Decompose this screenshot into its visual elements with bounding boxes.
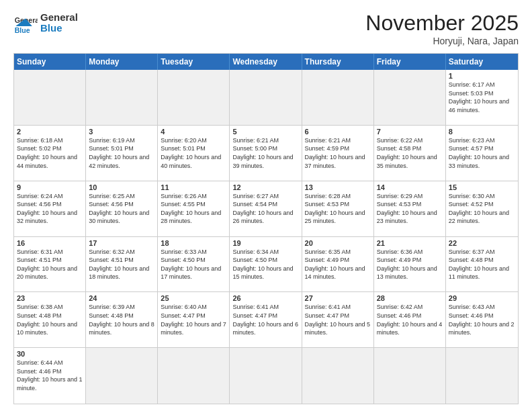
cell-info: Sunrise: 6:18 AM Sunset: 5:02 PM Dayligh… [17,136,83,170]
cell-date-number: 4 [161,128,226,136]
calendar-cell-6: 6Sunrise: 6:21 AM Sunset: 4:59 PM Daylig… [302,126,374,181]
calendar-cell-1: 1Sunrise: 6:17 AM Sunset: 5:03 PM Daylig… [446,70,518,126]
calendar-cell-17: 17Sunrise: 6:32 AM Sunset: 4:51 PM Dayli… [86,237,158,293]
calendar-cell-20: 20Sunrise: 6:35 AM Sunset: 4:49 PM Dayli… [302,237,374,293]
cell-info: Sunrise: 6:34 AM Sunset: 4:50 PM Dayligh… [232,248,298,281]
calendar-cell-empty [86,348,158,404]
calendar-cell-28: 28Sunrise: 6:42 AM Sunset: 4:46 PM Dayli… [374,292,446,348]
logo: General Blue General Blue [13,11,78,35]
calendar-cell-15: 15Sunrise: 6:30 AM Sunset: 4:52 PM Dayli… [446,181,518,237]
calendar-grid: 1Sunrise: 6:17 AM Sunset: 5:03 PM Daylig… [14,70,518,404]
cell-info: Sunrise: 6:36 AM Sunset: 4:49 PM Dayligh… [377,248,443,281]
calendar-cell-empty [14,70,86,126]
cell-date-number: 8 [449,128,515,136]
location: Horyuji, Nara, Japan [365,36,519,46]
calendar-cell-14: 14Sunrise: 6:29 AM Sunset: 4:53 PM Dayli… [374,181,446,237]
calendar-cell-5: 5Sunrise: 6:21 AM Sunset: 5:00 PM Daylig… [230,126,302,181]
page: General Blue General Blue November 2025 … [0,0,532,411]
logo-general-text: General [40,12,78,24]
calendar-cell-empty [446,348,518,404]
day-header-sunday: Sunday [14,54,86,70]
cell-date-number: 28 [377,294,443,302]
day-header-saturday: Saturday [446,54,518,70]
header: General Blue General Blue November 2025 … [13,11,519,46]
cell-date-number: 13 [305,183,371,191]
cell-date-number: 10 [89,183,154,191]
cell-date-number: 25 [161,294,226,302]
cell-info: Sunrise: 6:23 AM Sunset: 4:57 PM Dayligh… [449,136,515,170]
calendar-cell-18: 18Sunrise: 6:33 AM Sunset: 4:50 PM Dayli… [158,237,230,293]
calendar-cell-empty [302,70,374,126]
calendar: SundayMondayTuesdayWednesdayThursdayFrid… [13,53,519,404]
day-header-thursday: Thursday [302,54,374,70]
calendar-cell-12: 12Sunrise: 6:27 AM Sunset: 4:54 PM Dayli… [230,181,302,237]
calendar-cell-4: 4Sunrise: 6:20 AM Sunset: 5:01 PM Daylig… [158,126,230,181]
calendar-cell-22: 22Sunrise: 6:37 AM Sunset: 4:48 PM Dayli… [446,237,518,293]
cell-info: Sunrise: 6:20 AM Sunset: 5:01 PM Dayligh… [161,136,226,170]
cell-info: Sunrise: 6:39 AM Sunset: 4:48 PM Dayligh… [89,303,154,336]
day-header-friday: Friday [374,54,446,70]
cell-date-number: 2 [17,128,83,136]
cell-info: Sunrise: 6:35 AM Sunset: 4:49 PM Dayligh… [305,248,371,281]
calendar-cell-3: 3Sunrise: 6:19 AM Sunset: 5:01 PM Daylig… [86,126,158,181]
calendar-cell-empty [158,348,230,404]
logo-icon: General Blue [13,11,38,35]
cell-info: Sunrise: 6:30 AM Sunset: 4:52 PM Dayligh… [449,192,515,226]
cell-info: Sunrise: 6:24 AM Sunset: 4:56 PM Dayligh… [17,192,83,226]
calendar-cell-30: 30Sunrise: 6:44 AM Sunset: 4:46 PM Dayli… [14,348,86,404]
calendar-cell-27: 27Sunrise: 6:41 AM Sunset: 4:47 PM Dayli… [302,292,374,348]
cell-date-number: 12 [232,183,298,191]
cell-date-number: 9 [17,183,83,191]
calendar-cell-29: 29Sunrise: 6:43 AM Sunset: 4:46 PM Dayli… [446,292,518,348]
cell-info: Sunrise: 6:40 AM Sunset: 4:47 PM Dayligh… [161,303,226,336]
calendar-cell-9: 9Sunrise: 6:24 AM Sunset: 4:56 PM Daylig… [14,181,86,237]
cell-info: Sunrise: 6:37 AM Sunset: 4:48 PM Dayligh… [449,248,515,281]
cell-date-number: 26 [232,294,298,302]
cell-date-number: 24 [89,294,154,302]
cell-date-number: 21 [377,239,443,247]
calendar-cell-8: 8Sunrise: 6:23 AM Sunset: 4:57 PM Daylig… [446,126,518,181]
cell-info: Sunrise: 6:26 AM Sunset: 4:55 PM Dayligh… [161,192,226,226]
cell-info: Sunrise: 6:41 AM Sunset: 4:47 PM Dayligh… [305,303,371,336]
calendar-cell-empty [230,70,302,126]
cell-info: Sunrise: 6:27 AM Sunset: 4:54 PM Dayligh… [232,192,298,226]
calendar-cell-empty [374,70,446,126]
cell-date-number: 17 [89,239,154,247]
calendar-cell-11: 11Sunrise: 6:26 AM Sunset: 4:55 PM Dayli… [158,181,230,237]
calendar-cell-13: 13Sunrise: 6:28 AM Sunset: 4:53 PM Dayli… [302,181,374,237]
calendar-cell-26: 26Sunrise: 6:41 AM Sunset: 4:47 PM Dayli… [230,292,302,348]
day-header-tuesday: Tuesday [158,54,230,70]
calendar-cell-empty [158,70,230,126]
cell-date-number: 18 [161,239,226,247]
svg-text:Blue: Blue [15,26,30,34]
cell-info: Sunrise: 6:31 AM Sunset: 4:51 PM Dayligh… [17,248,83,281]
cell-info: Sunrise: 6:17 AM Sunset: 5:03 PM Dayligh… [449,81,515,114]
cell-info: Sunrise: 6:42 AM Sunset: 4:46 PM Dayligh… [377,303,443,336]
calendar-cell-empty [230,348,302,404]
cell-info: Sunrise: 6:19 AM Sunset: 5:01 PM Dayligh… [89,136,154,170]
cell-date-number: 22 [449,239,515,247]
calendar-cell-24: 24Sunrise: 6:39 AM Sunset: 4:48 PM Dayli… [86,292,158,348]
month-title: November 2025 [365,11,519,36]
calendar-cell-2: 2Sunrise: 6:18 AM Sunset: 5:02 PM Daylig… [14,126,86,181]
calendar-cell-21: 21Sunrise: 6:36 AM Sunset: 4:49 PM Dayli… [374,237,446,293]
cell-date-number: 19 [232,239,298,247]
cell-info: Sunrise: 6:22 AM Sunset: 4:58 PM Dayligh… [377,136,443,170]
cell-info: Sunrise: 6:32 AM Sunset: 4:51 PM Dayligh… [89,248,154,281]
calendar-cell-16: 16Sunrise: 6:31 AM Sunset: 4:51 PM Dayli… [14,237,86,293]
cell-date-number: 15 [449,183,515,191]
cell-date-number: 7 [377,128,443,136]
calendar-cell-25: 25Sunrise: 6:40 AM Sunset: 4:47 PM Dayli… [158,292,230,348]
cell-info: Sunrise: 6:21 AM Sunset: 5:00 PM Dayligh… [232,136,298,170]
cell-date-number: 16 [17,239,83,247]
calendar-cell-empty [86,70,158,126]
cell-date-number: 6 [305,128,371,136]
cell-info: Sunrise: 6:33 AM Sunset: 4:50 PM Dayligh… [161,248,226,281]
cell-info: Sunrise: 6:41 AM Sunset: 4:47 PM Dayligh… [232,303,298,336]
cell-date-number: 5 [232,128,298,136]
cell-date-number: 30 [17,350,83,358]
cell-info: Sunrise: 6:28 AM Sunset: 4:53 PM Dayligh… [305,192,371,226]
calendar-cell-19: 19Sunrise: 6:34 AM Sunset: 4:50 PM Dayli… [230,237,302,293]
cell-date-number: 20 [305,239,371,247]
cell-date-number: 23 [17,294,83,302]
